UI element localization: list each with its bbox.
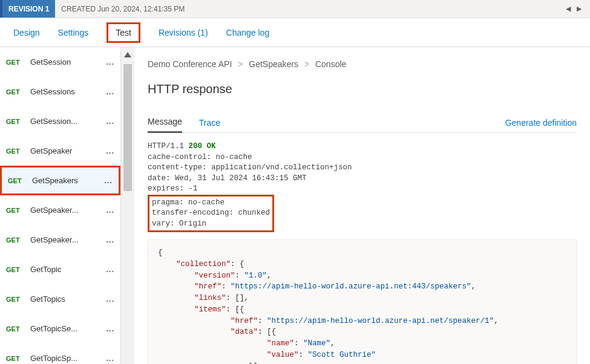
operation-row[interactable]: GETGetTopics... (0, 284, 120, 314)
page-tabs: Design Settings Test Revisions (1) Chang… (0, 18, 590, 47)
op-method: GET (6, 355, 24, 362)
op-name: GetSessions (30, 87, 94, 96)
chevron-left-icon[interactable]: ◀ (566, 5, 571, 13)
scroll-up-icon[interactable] (124, 52, 131, 57)
operation-row[interactable]: GETGetTopicSp...... (0, 343, 120, 364)
top-bar: REVISION 1 CREATED Jun 20, 2024, 12:41:3… (0, 0, 590, 18)
op-name: GetTopicSp... (30, 354, 94, 363)
more-icon[interactable]: ... (100, 57, 120, 67)
breadcrumb-sep: > (304, 59, 309, 69)
operation-row[interactable]: GETGetTopicSe...... (0, 314, 120, 343)
content-panel: Demo Conference API > GetSpeakers > Cons… (134, 47, 590, 364)
more-icon[interactable]: ... (100, 265, 120, 274)
op-name: GetTopics (30, 294, 94, 304)
operation-row[interactable]: GETGetSpeaker...... (0, 195, 120, 225)
breadcrumb: Demo Conference API > GetSpeakers > Cons… (148, 59, 577, 69)
op-name: GetSpeaker... (30, 235, 94, 244)
section-title: HTTP response (148, 82, 577, 96)
op-name: GetSession (30, 57, 94, 67)
breadcrumb-console: Console (315, 59, 346, 69)
op-method: GET (6, 148, 24, 155)
more-icon[interactable]: ... (100, 354, 120, 363)
breadcrumb-operation[interactable]: GetSpeakers (249, 59, 298, 69)
breadcrumb-api[interactable]: Demo Conference API (148, 59, 232, 69)
header-content-type: content-type: application/vnd.collection… (148, 163, 577, 174)
more-icon[interactable]: ... (100, 206, 120, 215)
more-icon[interactable]: ... (100, 146, 120, 155)
header-cache-control: cache-control: no-cache (148, 152, 577, 163)
revision-badge: REVISION 1 (0, 0, 55, 18)
more-icon[interactable]: ... (100, 117, 120, 126)
op-name: GetSession... (30, 117, 94, 126)
http-status: 200 OK (189, 142, 216, 151)
json-body: { "collection": { "version": "1.0", "hre… (148, 239, 577, 364)
more-icon[interactable]: ... (100, 235, 120, 244)
more-icon[interactable]: ... (100, 294, 120, 304)
generate-definition-link[interactable]: Generate definition (505, 118, 577, 132)
operation-row[interactable]: GETGetSpeaker...... (0, 225, 120, 255)
operations-sidebar: GETGetSession...GETGetSessions...GETGetS… (0, 47, 121, 364)
sidebar-scrollbar[interactable] (121, 47, 134, 364)
header-expires: expires: -1 (148, 184, 577, 195)
operation-row[interactable]: GETGetSession... (0, 47, 120, 77)
op-method: GET (6, 88, 24, 96)
created-timestamp: CREATED Jun 20, 2024, 12:41:35 PM (61, 5, 185, 13)
op-method: GET (6, 325, 24, 333)
operation-row[interactable]: GETGetSpeakers... (0, 166, 120, 195)
op-method: GET (6, 296, 24, 303)
op-name: GetSpeaker... (30, 206, 94, 215)
op-name: GetSpeakers (32, 176, 92, 185)
more-icon[interactable]: ... (100, 87, 120, 96)
http-headers: HTTP/1.1 200 OK cache-control: no-cache … (148, 141, 577, 232)
breadcrumb-sep: > (238, 59, 243, 69)
operation-row[interactable]: GETGetTopic... (0, 255, 120, 284)
op-name: GetTopicSe... (30, 324, 94, 333)
tab-design[interactable]: Design (13, 28, 40, 37)
headers-highlight-box: pragma: no-cache transfer-encoding: chun… (148, 195, 274, 233)
more-icon[interactable]: ... (98, 176, 119, 185)
op-method: GET (6, 207, 24, 214)
op-method: GET (6, 59, 24, 66)
resp-tab-message[interactable]: Message (148, 112, 182, 133)
op-method: GET (6, 236, 24, 244)
header-vary: vary: Origin (152, 219, 270, 230)
operation-row[interactable]: GETGetSessions... (0, 77, 120, 106)
header-date: date: Wed, 31 Jul 2024 16:43:15 GMT (148, 174, 577, 184)
scroll-thumb[interactable] (123, 64, 132, 191)
op-method: GET (6, 118, 24, 125)
more-icon[interactable]: ... (100, 324, 120, 333)
resp-tab-trace[interactable]: Trace (199, 113, 220, 132)
http-version: HTTP/1.1 (148, 142, 189, 151)
tab-test[interactable]: Test (107, 22, 140, 43)
op-name: GetSpeaker (30, 146, 94, 155)
operation-row[interactable]: GETGetSpeaker... (0, 136, 120, 166)
header-pragma: pragma: no-cache (152, 198, 270, 209)
response-tabs: Message Trace Generate definition (148, 112, 577, 133)
main-area: GETGetSession...GETGetSessions...GETGetS… (0, 47, 590, 364)
op-method: GET (8, 177, 26, 184)
chevron-right-icon[interactable]: ▶ (577, 5, 582, 13)
op-name: GetTopic (30, 265, 94, 274)
op-method: GET (6, 266, 24, 273)
revision-nav: ◀ ▶ (566, 5, 582, 13)
header-transfer-encoding: transfer-encoding: chunked (152, 208, 270, 219)
tab-change-log[interactable]: Change log (226, 28, 270, 37)
tab-settings[interactable]: Settings (58, 28, 89, 37)
operation-row[interactable]: GETGetSession...... (0, 106, 120, 136)
tab-revisions[interactable]: Revisions (1) (159, 28, 208, 37)
